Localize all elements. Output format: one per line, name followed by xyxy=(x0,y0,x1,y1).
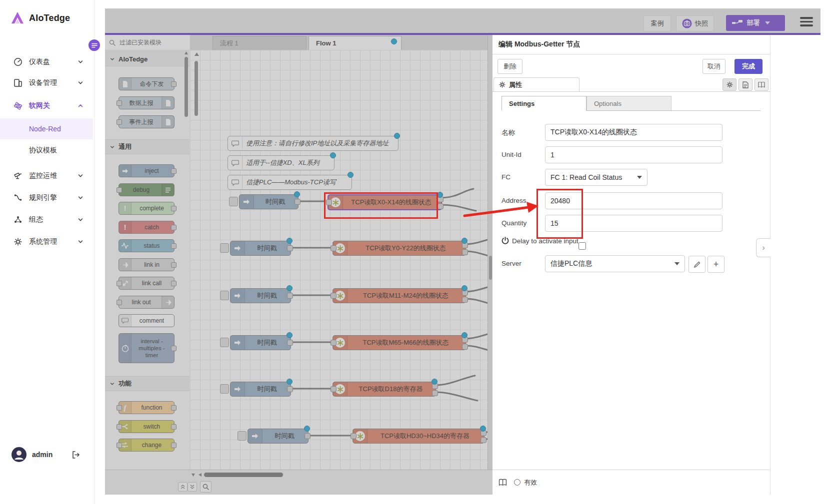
flow-tab-liucheng1[interactable]: 流程 1 xyxy=(212,36,306,50)
palette-node-link-in[interactable]: link in xyxy=(118,258,174,271)
scroll-left-icon[interactable] xyxy=(198,473,202,477)
palette-node-debug[interactable]: debug xyxy=(118,183,174,196)
resize-grip[interactable] xyxy=(489,256,492,280)
flow-canvas[interactable]: 使用注意：请自行修改IP地址以及采集寄存器地址 适用于--信捷XD、XL系列 信… xyxy=(190,50,492,470)
sidebar-item-soft-gateway[interactable]: 软网关 xyxy=(0,95,94,116)
output-port xyxy=(171,281,176,286)
main-menu-icon[interactable] xyxy=(800,17,813,28)
add-server-button[interactable]: + xyxy=(708,256,724,273)
done-button[interactable]: 完成 xyxy=(734,59,762,74)
modbus-getter-node[interactable]: TCP读取M65-M66的线圈状态 xyxy=(332,335,466,350)
subtab-optionals[interactable]: Optionals xyxy=(586,96,672,111)
sidebar-item-scada[interactable]: 组态 xyxy=(0,209,94,230)
comment-node[interactable]: 信捷PLC——Modbus-TCP读写 xyxy=(228,175,352,190)
sidebar-item-rule-engine[interactable]: 规则引擎 xyxy=(0,187,94,208)
inject-trigger-button[interactable] xyxy=(220,243,229,253)
palette-search-input[interactable] xyxy=(118,38,180,46)
palette-node-interval-timer[interactable]: interval - multiples - timer xyxy=(118,333,174,363)
inject-trigger-button[interactable] xyxy=(220,291,229,300)
modbus-getter-node[interactable]: TCP读取HD30~HD34的寄存器 xyxy=(352,429,484,444)
output-port xyxy=(287,245,293,251)
inject-node[interactable]: 时间戳 xyxy=(230,335,291,350)
scrollbar-thumb[interactable] xyxy=(194,61,198,116)
sidebar-item-node-red[interactable]: Node-Red xyxy=(0,118,93,139)
palette-node-function[interactable]: f function xyxy=(118,401,174,414)
edit-server-button[interactable] xyxy=(688,256,706,273)
canvas-vertical-scrollbar[interactable] xyxy=(194,52,198,468)
fc-select[interactable]: FC 1: Read Coil Status xyxy=(545,169,648,186)
address-input[interactable] xyxy=(545,192,722,209)
avatar[interactable] xyxy=(11,447,27,463)
palette-node-link-call[interactable]: link call xyxy=(118,277,174,290)
node-settings-button[interactable] xyxy=(722,78,736,91)
flow-tab-flow1[interactable]: Flow 1 xyxy=(308,36,402,50)
examples-button[interactable]: 案例 xyxy=(644,15,671,31)
palette-node-comment[interactable]: comment xyxy=(118,314,174,327)
palette-node-inject[interactable]: inject xyxy=(118,164,174,177)
description-button[interactable] xyxy=(738,78,752,91)
palette-category-common[interactable]: 通用 xyxy=(105,139,190,154)
inject-trigger-button[interactable] xyxy=(229,197,238,206)
sidebar-item-system-management[interactable]: 系统管理 xyxy=(0,231,94,252)
palette-node-switch[interactable]: switch xyxy=(118,420,174,433)
scroll-top-button[interactable] xyxy=(178,482,188,492)
zoom-search-button[interactable] xyxy=(200,481,212,493)
scroll-down-icon[interactable] xyxy=(191,473,196,477)
deploy-button[interactable]: 部署 xyxy=(726,15,785,31)
palette-node-status[interactable]: status xyxy=(118,239,174,252)
modbus-getter-node[interactable]: TCP读取M11-M24的线圈状态 xyxy=(332,288,466,303)
name-input[interactable] xyxy=(545,124,722,141)
inject-trigger-button[interactable] xyxy=(238,431,246,441)
sidebar-item-dashboard[interactable]: 仪表盘 xyxy=(0,51,94,72)
cancel-button[interactable]: 取消 xyxy=(702,59,726,74)
inject-node[interactable]: 时间戳 xyxy=(239,194,298,209)
palette-node-catch[interactable]: ! catch xyxy=(118,221,174,234)
inject-node[interactable]: 时间戳 xyxy=(230,241,291,256)
inject-trigger-button[interactable] xyxy=(220,338,229,347)
palette-node-complete[interactable]: ! complete xyxy=(118,202,174,215)
scroll-bottom-button[interactable] xyxy=(188,482,197,492)
palette-node-event-report[interactable]: 事件上报 xyxy=(118,115,174,128)
modbus-getter-node[interactable]: TCP读取Y0-Y22的线圈状态 xyxy=(332,241,466,256)
tab-properties[interactable]: 属性 xyxy=(494,77,580,91)
sidebar-item-monitoring[interactable]: 监控运维 xyxy=(0,165,94,186)
sidebar-item-device-management[interactable]: 设备管理 xyxy=(0,72,94,93)
subtab-settings[interactable]: Settings xyxy=(502,96,586,111)
book-icon[interactable] xyxy=(498,479,507,486)
sidebar-collapse-button[interactable] xyxy=(88,39,100,51)
palette-category-function[interactable]: 功能 xyxy=(105,376,190,391)
modbus-getter-node[interactable]: TCP读取D18的寄存器 xyxy=(332,382,436,397)
delete-button[interactable]: 删除 xyxy=(498,59,522,74)
palette-category-aiotedge[interactable]: AIoTedge xyxy=(105,51,190,66)
scroll-up-icon[interactable] xyxy=(184,51,188,55)
quantity-input[interactable] xyxy=(545,215,722,232)
changed-dot xyxy=(294,191,300,197)
deploy-dropdown-caret[interactable] xyxy=(765,21,770,24)
snapshot-button[interactable]: 快照 xyxy=(676,15,714,31)
comment-node[interactable]: 使用注意：请自行修改IP地址以及采集寄存器地址 xyxy=(228,136,398,151)
unit-id-input[interactable] xyxy=(545,146,722,163)
inject-node[interactable]: 时间戳 xyxy=(248,429,308,444)
inject-node[interactable]: 时间戳 xyxy=(230,288,291,303)
inject-trigger-button[interactable] xyxy=(220,384,229,394)
scrollbar-thumb[interactable] xyxy=(184,57,188,117)
scroll-up-icon[interactable] xyxy=(194,52,200,56)
delay-checkbox[interactable] xyxy=(578,242,586,250)
palette-node-data-report[interactable]: 数据上报 xyxy=(118,96,174,109)
changed-dot xyxy=(462,285,468,291)
logout-icon[interactable] xyxy=(72,451,80,459)
server-select[interactable]: 信捷PLC信息 xyxy=(545,255,685,272)
comment-node[interactable]: 适用于--信捷XD、XL系列 xyxy=(228,155,334,170)
inject-node[interactable]: 时间戳 xyxy=(230,382,291,397)
horizontal-scrollbar-thumb[interactable] xyxy=(204,473,283,477)
palette-node-change[interactable]: change xyxy=(118,439,174,452)
sidebar-item-protocol-template[interactable]: 协议模板 xyxy=(0,140,93,161)
modbus-getter-node[interactable]: TCP读取X0-X14的线圈状态 xyxy=(328,194,442,210)
palette-node-link-out[interactable]: link out xyxy=(118,296,174,309)
palette-search[interactable] xyxy=(105,35,190,50)
chevron-down-icon xyxy=(78,80,83,85)
tray-collapse-handle[interactable]: › xyxy=(756,238,770,257)
palette-scrollbar[interactable] xyxy=(184,51,188,468)
help-book-button[interactable] xyxy=(754,78,768,91)
palette-node-command-send[interactable]: 命令下发 xyxy=(118,77,174,90)
